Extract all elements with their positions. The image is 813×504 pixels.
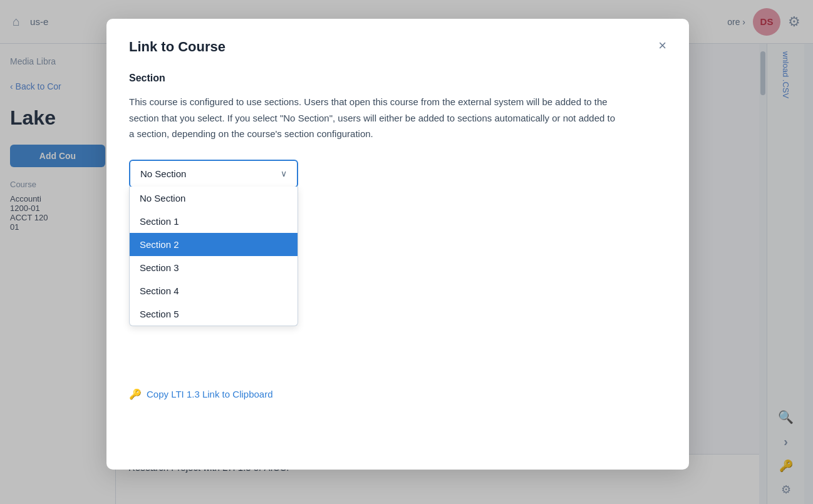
copy-link-area: 🔑 Copy LTI 1.3 Link to Clipboard (129, 388, 666, 400)
dropdown-selected-value: No Section (140, 168, 186, 179)
section-dropdown-trigger[interactable]: No Section ∨ (129, 160, 298, 188)
copy-lti-link-button[interactable]: 🔑 Copy LTI 1.3 Link to Clipboard (129, 388, 666, 400)
dropdown-option-section-3[interactable]: Section 3 (130, 256, 298, 279)
dropdown-option-no-section[interactable]: No Section (130, 187, 298, 210)
section-description: This course is configured to use section… (129, 94, 618, 142)
dropdown-option-section-1[interactable]: Section 1 (130, 210, 298, 233)
chevron-down-icon: ∨ (281, 168, 287, 178)
copy-link-label: Copy LTI 1.3 Link to Clipboard (147, 389, 273, 399)
modal-header: Link to Course × (129, 39, 666, 55)
close-button[interactable]: × (658, 39, 666, 53)
dropdown-option-section-4[interactable]: Section 4 (130, 279, 298, 302)
dropdown-option-section-2[interactable]: Section 2 (130, 233, 298, 256)
section-heading: Section (129, 73, 666, 84)
key-icon: 🔑 (129, 388, 142, 400)
modal-title: Link to Course (129, 39, 225, 55)
modal: Link to Course × Section This course is … (106, 19, 689, 470)
section-dropdown-list: No Section Section 1 Section 2 Section 3… (129, 187, 298, 326)
section-dropdown-wrapper: No Section ∨ No Section Section 1 Sectio… (129, 160, 298, 188)
dropdown-option-section-5[interactable]: Section 5 (130, 302, 298, 326)
